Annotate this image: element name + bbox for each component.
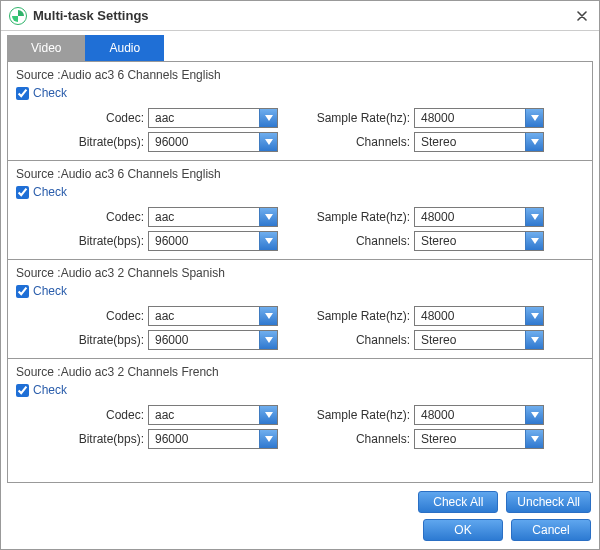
bitrate-field: Bitrate(bps):96000: [14, 429, 300, 449]
samplerate-select-value: 48000: [421, 408, 454, 422]
codec-select[interactable]: aac: [148, 207, 278, 227]
check-row: Check: [14, 282, 586, 302]
channels-field: Channels:Stereo: [300, 231, 586, 251]
tab-audio[interactable]: Audio: [85, 35, 164, 61]
channels-select[interactable]: Stereo: [414, 429, 544, 449]
samplerate-field: Sample Rate(hz):48000: [300, 405, 586, 425]
check-label: Check: [33, 185, 67, 199]
check-all-button[interactable]: Check All: [418, 491, 498, 513]
bitrate-label: Bitrate(bps):: [44, 432, 144, 446]
audio-track: Source :Audio ac3 2 Channels SpanishChec…: [8, 260, 592, 359]
channels-field: Channels:Stereo: [300, 132, 586, 152]
channels-label: Channels:: [300, 432, 410, 446]
bitrate-field: Bitrate(bps):96000: [14, 132, 300, 152]
bitrate-field: Bitrate(bps):96000: [14, 330, 300, 350]
channels-field: Channels:Stereo: [300, 429, 586, 449]
source-label: Source :Audio ac3 2 Channels Spanish: [14, 264, 586, 282]
samplerate-label: Sample Rate(hz):: [300, 111, 410, 125]
codec-select-value: aac: [155, 309, 174, 323]
channels-select-value: Stereo: [421, 234, 456, 248]
row-codec-samplerate: Codec:aacSample Rate(hz):48000: [14, 306, 586, 326]
samplerate-label: Sample Rate(hz):: [300, 210, 410, 224]
codec-label: Codec:: [44, 210, 144, 224]
channels-label: Channels:: [300, 234, 410, 248]
channels-select[interactable]: Stereo: [414, 132, 544, 152]
row-bitrate-channels: Bitrate(bps):96000Channels:Stereo: [14, 429, 586, 449]
row-bitrate-channels: Bitrate(bps):96000Channels:Stereo: [14, 231, 586, 251]
source-label: Source :Audio ac3 2 Channels French: [14, 363, 586, 381]
bitrate-select-value: 96000: [155, 234, 188, 248]
footer: Check All Uncheck All OK Cancel: [1, 487, 599, 549]
tabbar: Video Audio: [7, 35, 593, 61]
check-checkbox[interactable]: [16, 186, 29, 199]
chevron-down-icon: [525, 208, 543, 226]
bitrate-label: Bitrate(bps):: [44, 135, 144, 149]
chevron-down-icon: [525, 430, 543, 448]
row-codec-samplerate: Codec:aacSample Rate(hz):48000: [14, 405, 586, 425]
chevron-down-icon: [525, 109, 543, 127]
window-title: Multi-task Settings: [33, 8, 573, 23]
codec-label: Codec:: [44, 111, 144, 125]
chevron-down-icon: [259, 208, 277, 226]
check-checkbox[interactable]: [16, 384, 29, 397]
samplerate-label: Sample Rate(hz):: [300, 309, 410, 323]
bitrate-select-value: 96000: [155, 135, 188, 149]
codec-field: Codec:aac: [14, 108, 300, 128]
samplerate-select[interactable]: 48000: [414, 306, 544, 326]
codec-select-value: aac: [155, 111, 174, 125]
row-codec-samplerate: Codec:aacSample Rate(hz):48000: [14, 207, 586, 227]
check-label: Check: [33, 284, 67, 298]
audio-tracks-panel: Source :Audio ac3 6 Channels EnglishChec…: [7, 61, 593, 483]
bitrate-label: Bitrate(bps):: [44, 333, 144, 347]
uncheck-all-button[interactable]: Uncheck All: [506, 491, 591, 513]
samplerate-select-value: 48000: [421, 309, 454, 323]
channels-label: Channels:: [300, 135, 410, 149]
samplerate-select-value: 48000: [421, 210, 454, 224]
codec-label: Codec:: [44, 309, 144, 323]
app-icon: [9, 7, 27, 25]
chevron-down-icon: [525, 232, 543, 250]
settings-window: Multi-task Settings Video Audio Source :…: [0, 0, 600, 550]
channels-select[interactable]: Stereo: [414, 231, 544, 251]
cancel-button[interactable]: Cancel: [511, 519, 591, 541]
samplerate-select[interactable]: 48000: [414, 108, 544, 128]
codec-select-value: aac: [155, 210, 174, 224]
codec-field: Codec:aac: [14, 405, 300, 425]
bitrate-select[interactable]: 96000: [148, 132, 278, 152]
audio-track: Source :Audio ac3 6 Channels EnglishChec…: [8, 161, 592, 260]
check-buttons-row: Check All Uncheck All: [9, 491, 591, 513]
check-label: Check: [33, 383, 67, 397]
channels-label: Channels:: [300, 333, 410, 347]
codec-select[interactable]: aac: [148, 405, 278, 425]
codec-label: Codec:: [44, 408, 144, 422]
channels-select[interactable]: Stereo: [414, 330, 544, 350]
codec-select[interactable]: aac: [148, 306, 278, 326]
chevron-down-icon: [259, 406, 277, 424]
ok-button[interactable]: OK: [423, 519, 503, 541]
codec-field: Codec:aac: [14, 207, 300, 227]
codec-select-value: aac: [155, 408, 174, 422]
samplerate-field: Sample Rate(hz):48000: [300, 108, 586, 128]
bitrate-select[interactable]: 96000: [148, 429, 278, 449]
close-icon[interactable]: [573, 7, 591, 25]
bitrate-select[interactable]: 96000: [148, 231, 278, 251]
check-checkbox[interactable]: [16, 285, 29, 298]
check-checkbox[interactable]: [16, 87, 29, 100]
codec-select[interactable]: aac: [148, 108, 278, 128]
row-bitrate-channels: Bitrate(bps):96000Channels:Stereo: [14, 330, 586, 350]
samplerate-select[interactable]: 48000: [414, 207, 544, 227]
titlebar: Multi-task Settings: [1, 1, 599, 31]
samplerate-select-value: 48000: [421, 111, 454, 125]
tab-video[interactable]: Video: [7, 35, 85, 61]
samplerate-select[interactable]: 48000: [414, 405, 544, 425]
chevron-down-icon: [259, 109, 277, 127]
check-row: Check: [14, 183, 586, 203]
channels-field: Channels:Stereo: [300, 330, 586, 350]
bitrate-select[interactable]: 96000: [148, 330, 278, 350]
bitrate-field: Bitrate(bps):96000: [14, 231, 300, 251]
source-label: Source :Audio ac3 6 Channels English: [14, 165, 586, 183]
samplerate-field: Sample Rate(hz):48000: [300, 207, 586, 227]
chevron-down-icon: [525, 133, 543, 151]
channels-select-value: Stereo: [421, 333, 456, 347]
audio-track: Source :Audio ac3 6 Channels EnglishChec…: [8, 62, 592, 161]
